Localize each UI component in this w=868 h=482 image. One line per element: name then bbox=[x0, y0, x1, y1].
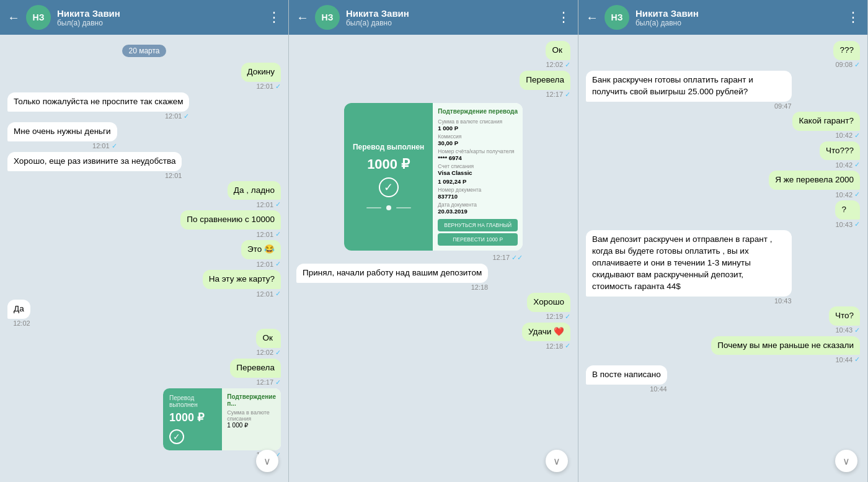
chat-body: ???09:08✓Банк раскручен готовы оплатить … bbox=[578, 35, 867, 482]
list-item: Удачи ❤️12:18✓ bbox=[522, 323, 570, 350]
msg-meta: 10:43 bbox=[586, 297, 792, 305]
back-button[interactable]: ← bbox=[296, 11, 309, 25]
return-button[interactable]: ВЕРНУТЬСЯ НА ГЛАВНЫЙ bbox=[438, 219, 518, 231]
back-button[interactable]: ← bbox=[7, 11, 20, 25]
header-info: Никита Завин был(а) давно bbox=[636, 8, 840, 27]
incoming-bubble: Вам депозит раскручен и отправлен в гара… bbox=[586, 230, 792, 296]
outgoing-bubble: Хорошо bbox=[527, 293, 570, 312]
list-item: ?10:43✓ bbox=[835, 200, 860, 228]
list-item: На эту же карту?12:01✓ bbox=[203, 270, 281, 298]
list-item: Мне очень нужны деньги12:01✓ bbox=[7, 122, 117, 150]
avatar: НЗ bbox=[315, 5, 340, 30]
msg-meta: 12:01 bbox=[7, 172, 182, 179]
outgoing-bubble: ? bbox=[835, 200, 860, 220]
msg-meta: 10:42✓ bbox=[792, 132, 860, 140]
avatar: НЗ bbox=[26, 5, 51, 30]
msg-meta: 10:42✓ bbox=[769, 190, 860, 199]
header-info: Никита Завин был(а) давно bbox=[346, 8, 551, 27]
chat-panel-panel1: ← НЗ Никита Завин был(а) давно ⋮ 20 март… bbox=[0, 0, 289, 482]
list-item: Банк раскручен готовы оплатить гарант и … bbox=[586, 71, 792, 110]
outgoing-bubble: ??? bbox=[833, 41, 860, 60]
chat-body: Ок12:02✓Перевела12:17✓ Перевод выполнен … bbox=[289, 35, 578, 482]
transfer-button[interactable]: ПЕРЕВЕСТИ 1000 Р bbox=[438, 233, 518, 246]
list-item: Да , ладно12:01✓ bbox=[228, 181, 281, 209]
outgoing-bubble: Ок bbox=[256, 329, 281, 348]
outgoing-bubble: По сравнению с 10000 bbox=[180, 210, 281, 230]
avatar: НЗ bbox=[604, 5, 629, 30]
list-item: Хорошо12:19✓ bbox=[527, 293, 570, 321]
outgoing-bubble: Что??? bbox=[820, 141, 860, 161]
msg-meta: 12:01✓ bbox=[180, 230, 281, 238]
more-options-button[interactable]: ⋮ bbox=[267, 9, 281, 25]
msg-meta: 12:01✓ bbox=[7, 112, 189, 120]
msg-meta: 12:02 bbox=[7, 319, 30, 327]
msg-meta: 12:02✓ bbox=[546, 61, 570, 69]
chat-panel-panel2: ← НЗ Никита Завин был(а) давно ⋮ Ок12:02… bbox=[289, 0, 578, 482]
incoming-bubble: Только пожалуйста не проспите так скажем bbox=[7, 92, 189, 112]
chat-header: ← НЗ Никита Завин был(а) давно ⋮ bbox=[578, 0, 867, 35]
msg-meta: 10:44 bbox=[586, 385, 667, 393]
contact-status: был(а) давно bbox=[346, 19, 551, 27]
outgoing-bubble: Ок bbox=[546, 41, 570, 60]
list-item: Перевод выполнен 1000 ₽ ✓ Подтверждение … bbox=[163, 388, 281, 459]
back-button[interactable]: ← bbox=[586, 11, 598, 25]
scroll-down-button[interactable]: ∨ bbox=[256, 450, 278, 472]
list-item: ???09:08✓ bbox=[833, 41, 860, 69]
more-options-button[interactable]: ⋮ bbox=[557, 9, 570, 25]
date-badge: 20 марта bbox=[122, 45, 166, 57]
msg-meta: 12:01✓ bbox=[203, 290, 281, 298]
screenshot-bubble: Перевод выполнен 1000 ₽ ✓ Подтверждение … bbox=[344, 103, 523, 251]
list-item: Вам депозит раскручен и отправлен в гара… bbox=[586, 230, 792, 304]
msg-meta: 09:08✓ bbox=[833, 61, 860, 69]
msg-meta: 10:43✓ bbox=[829, 326, 860, 334]
contact-name: Никита Завин bbox=[346, 8, 551, 19]
transfer-card: Перевод выполнен 1000 ₽ ✓ Подтверждение … bbox=[163, 388, 281, 450]
msg-meta: 12:19✓ bbox=[527, 313, 570, 321]
incoming-bubble: Мне очень нужны деньги bbox=[7, 122, 117, 141]
msg-meta: 12:17✓✓ bbox=[344, 254, 523, 262]
msg-meta: 10:42✓ bbox=[820, 161, 860, 169]
msg-meta: 10:43✓ bbox=[835, 220, 860, 228]
list-item: Что?10:43✓ bbox=[829, 306, 860, 334]
scroll-down-button[interactable]: ∨ bbox=[546, 450, 568, 472]
list-item: Принял, начали работу над вашим депозито… bbox=[296, 264, 488, 291]
list-item: Ок12:02✓ bbox=[546, 41, 570, 69]
list-item: Докину12:01✓ bbox=[241, 63, 281, 91]
msg-meta: 12:18✓ bbox=[522, 342, 570, 350]
list-item: Это 😂12:01✓ bbox=[241, 240, 281, 268]
msg-meta: 12:17✓ bbox=[520, 91, 570, 99]
outgoing-bubble: Перевела bbox=[230, 359, 281, 378]
msg-meta: 12:01✓ bbox=[241, 260, 281, 268]
more-options-button[interactable]: ⋮ bbox=[846, 9, 860, 25]
outgoing-bubble: Какой гарант? bbox=[792, 112, 860, 131]
incoming-bubble: Принял, начали работу над вашим депозито… bbox=[296, 264, 488, 283]
msg-meta: 09:47 bbox=[586, 102, 792, 110]
scroll-down-button[interactable]: ∨ bbox=[835, 450, 857, 472]
list-item: Перевела12:17✓ bbox=[230, 359, 281, 386]
outgoing-bubble: Перевела bbox=[520, 71, 570, 90]
header-info: Никита Завин был(а) давно bbox=[57, 8, 261, 27]
outgoing-bubble: Я же перевела 2000 bbox=[769, 171, 860, 190]
chat-header: ← НЗ Никита Завин был(а) давно ⋮ bbox=[0, 0, 288, 35]
msg-meta: 12:01✓ bbox=[241, 83, 281, 91]
outgoing-bubble: Почему вы мне раньше не сказали bbox=[711, 336, 860, 355]
msg-meta: 12:18 bbox=[296, 283, 488, 291]
list-item: Что???10:42✓ bbox=[820, 141, 860, 169]
screenshot-left: Перевод выполнен 1000 ₽ ✓ bbox=[344, 103, 433, 251]
outgoing-bubble: На эту же карту? bbox=[203, 270, 281, 289]
msg-meta: 12:17✓ bbox=[230, 378, 281, 386]
contact-status: был(а) давно bbox=[57, 19, 261, 27]
list-item: Хорошо, еще раз извините за неудобства12… bbox=[7, 152, 182, 179]
list-item: Да12:02 bbox=[7, 300, 30, 327]
list-item: Какой гарант?10:42✓ bbox=[792, 112, 860, 140]
outgoing-bubble: Что? bbox=[829, 306, 860, 326]
list-item: Только пожалуйста не проспите так скажем… bbox=[7, 92, 189, 120]
msg-meta: 12:02✓ bbox=[256, 349, 281, 357]
outgoing-bubble: Это 😂 bbox=[241, 240, 281, 259]
incoming-bubble: Банк раскручен готовы оплатить гарант и … bbox=[586, 71, 792, 102]
incoming-bubble: В посте написано bbox=[586, 365, 667, 385]
outgoing-bubble: Удачи ❤️ bbox=[522, 323, 570, 342]
list-item: Я же перевела 200010:42✓ bbox=[769, 171, 860, 199]
contact-name: Никита Завин bbox=[57, 8, 261, 19]
list-item: Перевела12:17✓ bbox=[520, 71, 570, 99]
